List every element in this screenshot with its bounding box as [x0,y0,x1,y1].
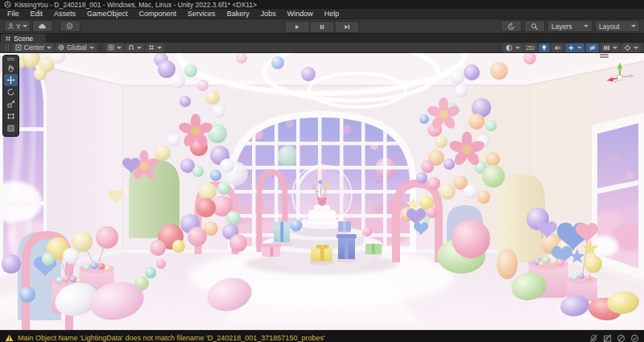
search-icon [530,23,539,31]
progress-check-icon[interactable] [630,334,639,342]
orientation-gizmo[interactable] [601,56,638,92]
status-warning-text: Main Object Name 'LightingData' does not… [18,334,325,342]
chevron-down-icon [631,25,636,27]
undo-history-button[interactable] [501,20,522,32]
transform-tool-icon [6,124,15,133]
undo-history-icon [507,23,515,31]
2d-label: 2D [526,44,535,52]
chevron-down-icon [584,25,588,27]
tool-handle-position-label: Center [24,43,45,52]
menu-gameobject[interactable]: GameObject [81,10,134,18]
camera-settings-dropdown[interactable] [601,43,620,52]
audio-toggle[interactable] [551,43,564,52]
tool-handle-position-dropdown[interactable]: Center [13,43,55,52]
menu-bakery[interactable]: Bakery [221,10,255,18]
pause-button[interactable] [310,21,335,33]
transport-controls [285,21,360,33]
status-bar[interactable]: Main Object Name 'LightingData' does not… [0,330,644,342]
scene-visibility-toggle[interactable] [586,43,599,52]
chevron-down-icon [23,25,27,27]
version-control-icon [66,23,73,30]
blocked-icon[interactable] [617,334,625,342]
bell-muted-icon[interactable] [589,334,598,342]
account-icon [7,23,14,30]
rect-tool-button[interactable] [4,110,18,122]
window-reflection [224,282,420,322]
grid-snap-dropdown[interactable] [126,43,144,52]
gizmo-target-icon [624,44,631,52]
gizmos-dropdown[interactable] [621,43,641,52]
account-dropdown[interactable]: Y [4,20,31,32]
layers-dropdown[interactable]: Layers [547,20,592,32]
window-titlebar: KissingYou - D_240218_001 - Windows, Mac… [0,0,644,9]
view-tool-button[interactable] [4,62,18,74]
menu-help[interactable]: Help [319,10,345,18]
tab-scene-label: Scene [14,35,33,43]
step-icon [344,23,351,31]
magnet-icon [128,44,134,51]
status-icons [589,334,639,342]
lightbulb-icon [541,44,547,52]
chevron-down-icon [613,47,617,49]
layers-label: Layers [551,23,572,31]
scale-tool-button[interactable] [4,98,18,110]
chevron-down-icon [47,47,52,49]
tab-scene[interactable]: Scene [1,34,46,43]
menu-file[interactable]: File [2,10,25,18]
play-button[interactable] [285,21,310,33]
tool-handle-rotation-dropdown[interactable]: Global [56,43,97,52]
effects-sparkle-icon [568,44,575,52]
columns-icon [603,44,610,52]
menu-jobs[interactable]: Jobs [255,10,282,18]
menu-edit[interactable]: Edit [25,10,49,18]
globe-icon [58,44,64,51]
chevron-down-icon [577,47,582,49]
rotate-tool-button[interactable] [4,86,18,98]
main-menubar: File Edit Assets GameObject Component Se… [0,9,644,19]
layout-dropdown[interactable]: Layout [595,20,640,32]
layout-label: Layout [599,23,620,31]
hash-grid-icon [5,35,11,42]
draw-mode-dropdown[interactable] [503,43,522,52]
rotate-tool-icon [6,88,15,97]
step-button[interactable] [335,21,360,33]
chevron-down-icon [634,47,638,49]
audio-muted-icon [554,44,561,52]
console-muted-icon[interactable] [603,334,612,342]
play-icon [294,23,301,31]
menu-component[interactable]: Component [134,10,183,18]
pivot-center-icon [15,44,22,51]
toolbar-grip[interactable] [6,44,9,51]
menu-services[interactable]: Services [182,10,221,18]
scene-viewport[interactable] [0,53,644,330]
unity-logo-icon [4,1,11,8]
main-toolbar: Y Layers Layout [0,19,644,34]
lighting-toggle[interactable] [539,43,550,52]
overlay-drag-handle[interactable] [3,56,19,62]
chevron-down-icon [117,47,122,49]
rect-tool-icon [6,112,15,121]
cloud-icon [38,23,47,30]
cloud-services-button[interactable] [32,20,53,32]
chevron-down-icon [157,47,162,49]
transform-tool-button[interactable] [4,122,18,134]
menu-window[interactable]: Window [282,10,319,18]
effects-dropdown[interactable] [565,43,584,52]
snap-increment-dropdown[interactable] [146,43,164,52]
dock-tabbar: Scene [0,34,644,43]
2d-toggle[interactable]: 2D [524,43,537,52]
search-button[interactable] [524,20,545,32]
scene-view-canvas[interactable] [0,53,644,330]
menu-assets[interactable]: Assets [48,10,81,18]
tools-overlay [2,55,19,137]
move-tool-button[interactable] [4,74,18,86]
shaded-sphere-icon [506,44,513,52]
chevron-down-icon [137,47,142,49]
window-title: KissingYou - D_240218_001 - Windows, Mac… [14,1,257,9]
grid-visual-dropdown[interactable] [105,43,124,52]
version-control-button[interactable] [60,20,80,32]
eye-slash-icon [588,44,597,52]
grid-icon [108,44,114,51]
gizmo-center-cube [617,76,622,80]
chevron-down-icon [89,47,94,49]
